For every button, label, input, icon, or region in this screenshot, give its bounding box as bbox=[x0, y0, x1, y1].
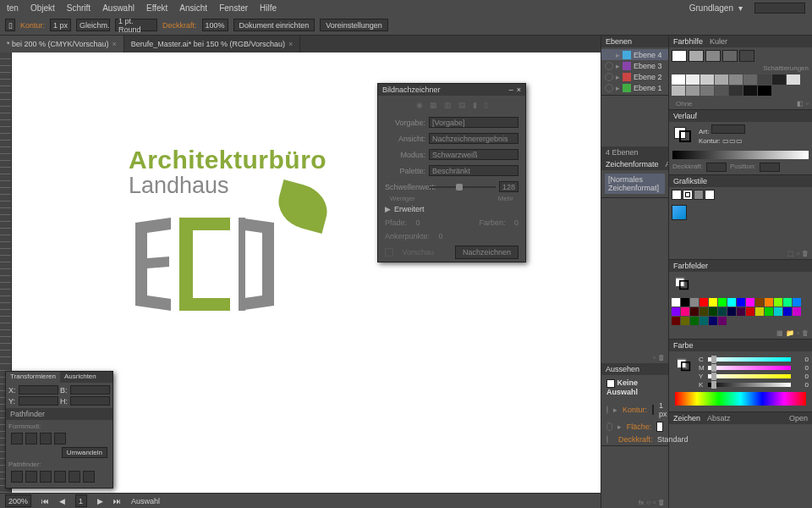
preview-checkbox[interactable] bbox=[385, 248, 393, 257]
minimize-icon[interactable]: – bbox=[509, 86, 513, 94]
color-swatch[interactable] bbox=[739, 50, 754, 62]
gray-swatch[interactable] bbox=[772, 75, 786, 85]
swatch[interactable] bbox=[755, 307, 764, 316]
swatch[interactable] bbox=[727, 298, 736, 306]
clear-icon[interactable]: ○ bbox=[646, 499, 650, 506]
brush-preset-select[interactable]: 1 pt. Round bbox=[115, 19, 157, 31]
visibility-icon[interactable] bbox=[605, 62, 613, 70]
gray-swatch[interactable] bbox=[672, 75, 685, 85]
trash-icon[interactable]: 🗑 bbox=[802, 329, 809, 337]
layer-name[interactable]: Ebene 3 bbox=[634, 62, 662, 70]
swatch[interactable] bbox=[672, 317, 680, 325]
outline-icon[interactable] bbox=[69, 471, 80, 483]
visibility-icon[interactable] bbox=[605, 84, 613, 92]
trash-icon[interactable]: 🗑 bbox=[658, 354, 665, 362]
layer-name[interactable]: Ebene 4 bbox=[634, 51, 662, 59]
stroke-swatch[interactable] bbox=[652, 405, 654, 415]
gray-swatch[interactable] bbox=[715, 75, 728, 85]
preset-icon[interactable]: ▤ bbox=[458, 101, 466, 109]
swatch[interactable] bbox=[783, 298, 792, 306]
minus-back-icon[interactable] bbox=[83, 471, 95, 483]
swatch[interactable] bbox=[774, 307, 782, 316]
close-icon[interactable]: × bbox=[112, 40, 117, 48]
nav-prev-icon[interactable]: ◀ bbox=[59, 497, 65, 505]
stroke-weight-input[interactable]: 1 px bbox=[50, 19, 71, 31]
threshold-slider[interactable] bbox=[429, 186, 496, 188]
gray-swatch[interactable] bbox=[686, 75, 700, 85]
new-group-icon[interactable]: 📁 bbox=[786, 329, 794, 337]
expand-button[interactable]: Umwandeln bbox=[62, 447, 107, 458]
fill-stroke-icon[interactable] bbox=[674, 127, 693, 142]
color-swatch[interactable] bbox=[705, 50, 721, 62]
gray-swatch[interactable] bbox=[686, 86, 700, 96]
tab-align[interactable]: Ausrichten bbox=[60, 372, 101, 383]
swatch[interactable] bbox=[672, 307, 680, 316]
stroke-value[interactable]: 1 px bbox=[659, 401, 667, 418]
style-swatch[interactable] bbox=[672, 190, 682, 200]
link-icon[interactable]: ⬚ bbox=[787, 250, 794, 257]
menu-item[interactable]: Schrift bbox=[67, 3, 91, 13]
char-style-item[interactable]: [Normales Zeichenformat] bbox=[605, 174, 665, 194]
transform-panel[interactable]: Transformieren Ausrichten X: B: Y: H: Pa… bbox=[5, 371, 113, 489]
preset-icon[interactable]: ▯ bbox=[484, 101, 488, 109]
paragraph-tab[interactable]: Absatz bbox=[707, 414, 731, 422]
gradient-type-select[interactable] bbox=[711, 124, 745, 134]
swatch[interactable] bbox=[709, 307, 717, 316]
style-swatch[interactable] bbox=[683, 190, 693, 200]
swatch[interactable] bbox=[765, 298, 773, 306]
nav-first-icon[interactable]: ⏮ bbox=[41, 497, 49, 505]
advanced-toggle[interactable]: ▶ Erweitert bbox=[378, 202, 525, 216]
k-value[interactable]: 0 bbox=[793, 381, 809, 389]
trim-icon[interactable] bbox=[25, 471, 37, 483]
menu-item[interactable]: Effekt bbox=[146, 3, 167, 13]
k-slider[interactable] bbox=[708, 383, 791, 387]
preset-icon[interactable]: ▮ bbox=[473, 101, 477, 109]
preset-icon[interactable]: ▥ bbox=[444, 101, 452, 109]
swatch[interactable] bbox=[718, 317, 727, 325]
y-input[interactable] bbox=[19, 396, 58, 406]
gray-swatch[interactable] bbox=[672, 86, 685, 96]
swatch[interactable] bbox=[783, 307, 792, 316]
artboard-num-input[interactable]: 1 bbox=[75, 494, 87, 507]
crop-icon[interactable] bbox=[54, 471, 66, 483]
swatch[interactable] bbox=[718, 298, 727, 306]
stroke-gradient-icon[interactable]: ▭ bbox=[722, 137, 729, 145]
appearance-tab[interactable]: Aussehen bbox=[606, 365, 639, 373]
layer-row[interactable]: ▸Ebene 1 bbox=[601, 82, 668, 93]
chevron-right-icon[interactable]: ▸ bbox=[616, 84, 620, 92]
new-icon[interactable]: ▫ bbox=[797, 250, 799, 257]
graphic-styles-tab[interactable]: Grafikstile bbox=[673, 177, 707, 185]
char-styles-tab[interactable]: Zeichenformate bbox=[606, 160, 659, 168]
color-swatch[interactable] bbox=[672, 50, 687, 62]
style-swatch[interactable] bbox=[694, 190, 704, 200]
image-trace-panel[interactable]: Bildnachzeichner – × ◉ ▦ ▥ ▤ ▮ ▯ Vorgabe… bbox=[377, 83, 526, 262]
visibility-icon[interactable] bbox=[606, 422, 612, 431]
swatch[interactable] bbox=[690, 317, 699, 325]
preferences-button[interactable]: Voreinstellungen bbox=[320, 19, 388, 31]
spectrum-picker[interactable] bbox=[675, 392, 806, 406]
color-swatch[interactable] bbox=[689, 50, 704, 62]
h-input[interactable] bbox=[70, 396, 110, 406]
stroke-gradient-icon[interactable]: ▭ bbox=[736, 137, 743, 145]
swatches-tab[interactable]: Farbfelder bbox=[673, 262, 708, 270]
layer-name[interactable]: Ebene 2 bbox=[634, 73, 662, 81]
layers-tab[interactable]: Ebenen bbox=[606, 37, 632, 46]
w-input[interactable] bbox=[70, 385, 110, 395]
save-icon[interactable]: ▫ bbox=[806, 100, 809, 108]
visibility-icon[interactable] bbox=[605, 51, 613, 59]
intersect-icon[interactable] bbox=[40, 433, 52, 444]
gray-swatch[interactable] bbox=[729, 75, 743, 85]
new-icon[interactable]: ▫ bbox=[653, 354, 656, 362]
gray-swatch[interactable] bbox=[729, 86, 743, 96]
layer-row[interactable]: ▸Ebene 3 bbox=[601, 60, 668, 71]
gray-swatch[interactable] bbox=[787, 75, 800, 85]
menu-item[interactable]: Hilfe bbox=[260, 3, 277, 13]
document-setup-button[interactable]: Dokument einrichten bbox=[233, 19, 315, 31]
gradient-tab[interactable]: Verlauf bbox=[673, 112, 697, 120]
workspace-switcher[interactable]: Grundlagen ▾ bbox=[689, 3, 743, 13]
chevron-right-icon[interactable]: ▸ bbox=[613, 406, 617, 414]
menu-item[interactable]: Fenster bbox=[219, 3, 248, 13]
gray-swatch[interactable] bbox=[743, 86, 757, 96]
divide-icon[interactable] bbox=[11, 471, 23, 483]
fill-stroke-icon[interactable] bbox=[677, 359, 692, 371]
